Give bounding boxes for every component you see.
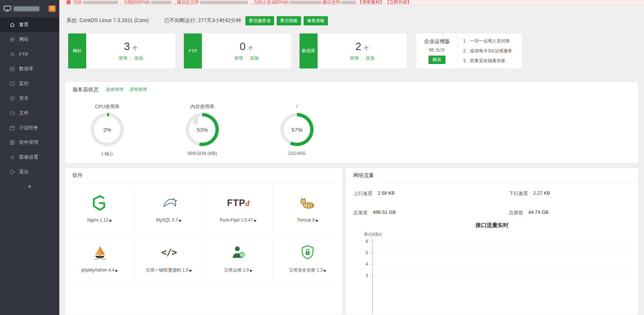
sidebar-add-button[interactable]: + — [0, 179, 59, 194]
bt-panel-app: 0 首页网站FTP数据库监控安全文件计划任务软件管理面板设置退出+ ! 为防，为… — [0, 0, 644, 315]
phpmyadmin-icon — [92, 244, 108, 262]
sidebar-item-cron[interactable]: 计划任务 — [0, 120, 59, 135]
network-traffic-panel: 网络流量 上行速度 2.58 KB 下行速度 2.27 KB 总发送 496.5… — [346, 168, 638, 315]
site-icon — [9, 37, 15, 42]
gear-icon — [9, 155, 15, 160]
banner-link[interactable]: 【立即升级】 — [385, 0, 412, 5]
download-speed: 下行速度 2.27 KB — [509, 190, 550, 197]
upload-speed: 上行速度 2.58 KB — [353, 190, 395, 197]
overview-cards: 网站3个管理|添加FTP0个管理|添加数据库2个管理|添加 企业运维版 98 元… — [68, 33, 522, 69]
sidebar-item-logout[interactable]: 退出 — [0, 164, 59, 179]
restart-server-button[interactable]: 重启服务器 — [245, 16, 274, 25]
sidebar-item-files[interactable]: 文件 — [0, 106, 59, 120]
sidebar-item-home[interactable]: 首页 — [0, 17, 59, 32]
logout-icon — [9, 169, 15, 175]
svg-text:3: 3 — [365, 273, 368, 278]
sidebar-item-ftp[interactable]: FTP — [0, 47, 59, 61]
sidebar-item-settings[interactable]: 面板设置 — [0, 150, 59, 164]
banner-content: 为防，为预防80%的，建议您立即，为防止造成80%的建议使用【查看教程】【立即升… — [73, 0, 412, 5]
system-os: 系统: CentOS Linux 7.3.1611 (Core) — [66, 17, 149, 24]
sidebar-item-site[interactable]: 网站 — [0, 32, 59, 47]
net-stat-value: 2.58 KB — [378, 190, 395, 197]
software-label: Pure-Ftpd 1.0.47▶ — [220, 217, 257, 223]
chart-unit-label: 单位KB/s — [364, 231, 382, 238]
software-label: 宝塔一键部署源码 1.0▶ — [146, 267, 192, 273]
plus-icon: + — [28, 183, 32, 190]
connection-manage-link[interactable]: 连接管理 — [106, 86, 123, 93]
manage-link[interactable]: 管理 — [234, 55, 243, 61]
stat-cards: 网站3个管理|添加FTP0个管理|添加数据库2个管理|添加 — [68, 33, 407, 69]
software-panel: 软件 Nginx 1.12▶MySQL 5.7▶FTPdPure-Ftpd 1.… — [65, 168, 343, 315]
play-arrow-icon: ▶ — [109, 219, 112, 222]
sidebar-menu: 首页网站FTP数据库监控安全文件计划任务软件管理面板设置退出+ — [0, 17, 59, 194]
software-phpmyadmin[interactable]: phpMyAdmin 4.4▶ — [65, 233, 134, 283]
repair-panel-button[interactable]: 修复面板 — [304, 16, 328, 25]
net-stat-label: 上行速度 — [353, 190, 372, 197]
gauge-cpu: CPU使用率2%1 核心 — [79, 103, 135, 157]
manage-link[interactable]: 管理 — [118, 55, 127, 61]
mysql-icon — [161, 194, 177, 212]
manage-link[interactable]: 管理 — [350, 55, 358, 61]
process-manage-link[interactable]: 进程管理 — [129, 86, 147, 93]
message-count-badge[interactable]: 0 — [49, 6, 56, 12]
sidebar-item-security[interactable]: 安全 — [0, 91, 59, 106]
notice-banner: ! 为防，为预防80%的，建议您立即，为防止造成80%的建议使用【查看教程】【立… — [59, 0, 644, 5]
total-sent: 总发送 496.51 GB — [353, 209, 396, 216]
stat-card-tag: 数据库 — [300, 33, 318, 68]
promo-features: 1、一对一运维人员对接2、提供每月3次运维服务3、双重安全隔离登录 — [458, 33, 522, 68]
gauge-ring: 57% — [280, 113, 314, 146]
add-link[interactable]: 添加 — [134, 55, 143, 61]
play-arrow-icon: ▶ — [179, 219, 182, 222]
redacted-text — [83, 1, 118, 4]
sidebar-item-label: 监控 — [19, 80, 29, 87]
sidebar-item-database[interactable]: 数据库 — [0, 61, 59, 76]
software-pureftpd[interactable]: FTPdPure-Ftpd 1.0.47▶ — [204, 183, 273, 233]
software-mysql[interactable]: MySQL 5.7▶ — [134, 183, 204, 233]
sidebar-item-label: 安全 — [19, 95, 29, 102]
add-link[interactable]: 添加 — [366, 55, 375, 61]
promo-left: 企业运维版 98 元/月 购买 — [416, 33, 458, 68]
network-title: 网络流量 — [353, 172, 374, 179]
ftpd-icon: FTPd — [227, 194, 249, 212]
software-label: Tomcat 8▶ — [297, 217, 319, 223]
network-header: 网络流量 — [346, 168, 638, 183]
net-stat-value: 44.74 GB — [528, 209, 549, 216]
gauge-memory: 内存使用率53%989/1839 (MB) — [174, 103, 230, 156]
shield-icon — [9, 96, 15, 101]
stat-count: 3个 — [124, 40, 137, 53]
server-status-title: 服务器状态 — [73, 86, 98, 93]
promo-card: 企业运维版 98 元/月 购买 1、一对一运维人员对接2、提供每月3次运维服务3… — [416, 33, 522, 69]
buy-button[interactable]: 购买 — [428, 56, 445, 64]
redacted-text — [341, 1, 356, 4]
software-deploy[interactable]: </>宝塔一键部署源码 1.0▶ — [134, 233, 204, 283]
net-stat-label: 下行速度 — [509, 190, 528, 197]
svg-text:6: 6 — [365, 239, 368, 244]
gauge-subtitle: 22G/40G — [288, 151, 306, 156]
software-title: 软件 — [73, 172, 83, 179]
software-safelogin[interactable]: 宝塔安全登录 1.3▶ — [273, 233, 342, 283]
promo-feature: 3、双重安全隔离登录 — [463, 58, 522, 64]
code-icon: </> — [161, 243, 176, 262]
sidebar-item-monitor[interactable]: 监控 — [0, 76, 59, 91]
promo-feature: 2、提供每月3次运维服务 — [463, 48, 522, 54]
sidebar-item-label: FTP — [19, 52, 28, 57]
db-icon — [9, 66, 15, 72]
restart-panel-button[interactable]: 重启面板 — [277, 16, 301, 25]
redacted-text — [290, 1, 321, 4]
divider: | — [361, 56, 363, 61]
gauge-subtitle: 989/1839 (MB) — [188, 151, 217, 156]
software-label: 宝塔安全登录 1.3▶ — [289, 267, 326, 273]
sidebar-item-soft[interactable]: 软件管理 — [0, 135, 59, 150]
software-grid: Nginx 1.12▶MySQL 5.7▶FTPdPure-Ftpd 1.0.4… — [65, 183, 342, 283]
redacted-text — [151, 1, 171, 4]
software-tomcat[interactable]: Tomcat 8▶ — [273, 183, 342, 233]
stat-card-site: 网站3个管理|添加 — [68, 33, 176, 69]
add-link[interactable]: 添加 — [250, 55, 259, 61]
cron-icon — [9, 125, 15, 131]
banner-link[interactable]: 【查看教程】 — [358, 0, 384, 5]
gauge-disk: /57%22G/40G — [269, 103, 325, 156]
software-ops[interactable]: 宝塔运维 1.0▶ — [204, 233, 273, 283]
net-stat-value: 496.51 GB — [373, 209, 396, 216]
software-nginx[interactable]: Nginx 1.12▶ — [65, 183, 134, 233]
total-received: 总接收 44.74 GB — [509, 209, 549, 216]
